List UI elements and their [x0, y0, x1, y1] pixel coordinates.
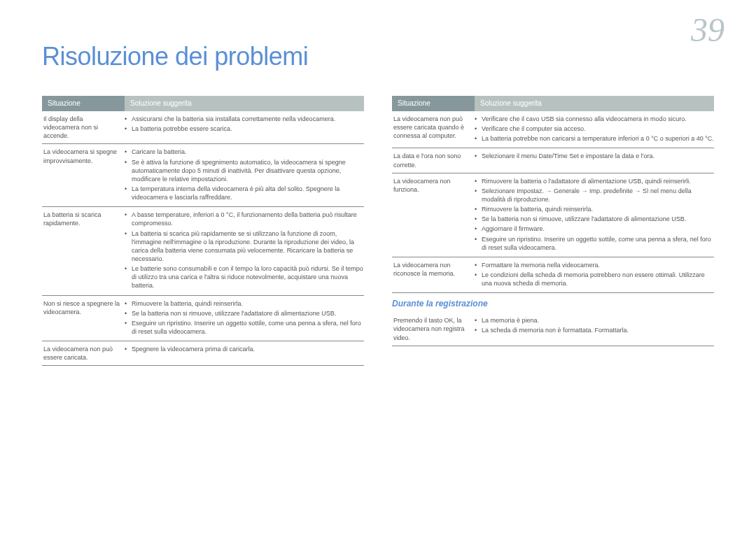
solution-cell: Rimuovere la batteria, quindi reinserirl… — [125, 299, 364, 338]
table-body: La videocamera non può essere caricata q… — [392, 111, 714, 293]
solution-item: Rimuovere la batteria o l'adattatore di … — [475, 177, 714, 185]
table-body: Premendo il tasto OK, la videocamera non… — [392, 313, 714, 346]
solution-item: La batteria si scarica più rapidamente s… — [125, 229, 364, 264]
solution-item: Caricare la batteria. — [125, 148, 364, 156]
situation-cell: La videocamera non può essere caricata q… — [392, 115, 475, 144]
table-row: La videocamera non può essere caricata q… — [392, 111, 714, 148]
solution-cell: Verificare che il cavo USB sia connesso … — [475, 115, 714, 144]
section-subtitle: Durante la registrazione — [392, 299, 714, 308]
solution-cell: Assicurarsi che la batteria sia installa… — [125, 115, 364, 140]
header-soluzione: Soluzione suggerita — [475, 96, 714, 111]
table-header: Situazione Soluzione suggerita — [392, 96, 714, 111]
solution-item: Selezionare il menu Date/Time Set e impo… — [475, 152, 714, 160]
solution-item: Rimuovere la batteria, quindi reinserirl… — [125, 299, 364, 308]
solution-item: Aggiornare il firmware. — [475, 225, 714, 233]
solution-cell: Spegnere la videocamera prima di caricar… — [125, 345, 364, 362]
situation-cell: Premendo il tasto OK, la videocamera non… — [392, 316, 475, 341]
situation-cell: La videocamera si spegne improvvisamente… — [42, 148, 125, 203]
page-number: 39 — [691, 10, 724, 49]
solution-item: Rimuovere la batteria, quindi reinserirl… — [475, 205, 714, 213]
table-row: La data e l'ora non sono corrette.Selezi… — [392, 148, 714, 173]
table-row: La videocamera non funziona.Rimuovere la… — [392, 173, 714, 257]
solution-item: La temperatura interna della videocamera… — [125, 185, 364, 201]
solution-cell: Formattare la memoria nella videocamera.… — [475, 261, 714, 289]
solution-item: La scheda di memoria non è formattata. F… — [475, 326, 714, 334]
solution-item: Se la batteria non si rimuove, utilizzar… — [125, 309, 364, 318]
solution-cell: Rimuovere la batteria o l'adattatore di … — [475, 177, 714, 253]
solution-cell: Selezionare il menu Date/Time Set e impo… — [475, 152, 714, 169]
table-body: Il display della videocamera non si acce… — [42, 111, 364, 366]
table-row: Il display della videocamera non si acce… — [42, 111, 364, 144]
header-soluzione: Soluzione suggerita — [125, 96, 364, 111]
solution-item: Assicurarsi che la batteria sia installa… — [125, 115, 364, 123]
table-header: Situazione Soluzione suggerita — [42, 96, 364, 111]
document-page: 39 Risoluzione dei problemi Situazione S… — [0, 0, 756, 533]
table-row: La videocamera non può essere caricata.S… — [42, 341, 364, 366]
situation-cell: Non si riesce a spegnere la videocamera. — [42, 299, 125, 338]
column-left: Situazione Soluzione suggerita Il displa… — [42, 96, 364, 366]
solution-item: La batteria potrebbe non caricarsi a tem… — [475, 134, 714, 143]
table-row: La videocamera non riconosce la memoria.… — [392, 257, 714, 293]
solution-item: Se la batteria non si rimuove, utilizzar… — [475, 215, 714, 223]
page-title: Risoluzione dei problemi — [42, 42, 714, 71]
situation-cell: La data e l'ora non sono corrette. — [392, 152, 475, 169]
solution-item: Spegnere la videocamera prima di caricar… — [125, 345, 364, 353]
solution-item: Verificare che il cavo USB sia connesso … — [475, 115, 714, 123]
solution-item: Verificare che il computer sia acceso. — [475, 125, 714, 133]
table-row: Non si riesce a spegnere la videocamera.… — [42, 296, 364, 342]
situation-cell: La videocamera non può essere caricata. — [42, 345, 125, 362]
situation-cell: La videocamera non funziona. — [392, 177, 475, 253]
situation-cell: La batteria si scarica rapidamente. — [42, 211, 125, 291]
solution-item: Eseguire un ripristino. Inserire un ogge… — [475, 235, 714, 252]
solution-item: Formattare la memoria nella videocamera. — [475, 261, 714, 269]
solution-cell: Caricare la batteria.Se è attiva la funz… — [125, 148, 364, 203]
solution-item: La memoria è piena. — [475, 316, 714, 325]
solution-item: Selezionare Impostaz. → Generale → Imp. … — [475, 187, 714, 204]
solution-cell: A basse temperature, inferiori a 0 °C, i… — [125, 211, 364, 291]
table-row: Premendo il tasto OK, la videocamera non… — [392, 313, 714, 346]
solution-item: Le condizioni della scheda di memoria po… — [475, 271, 714, 287]
situation-cell: Il display della videocamera non si acce… — [42, 115, 125, 140]
header-situazione: Situazione — [42, 96, 125, 111]
solution-item: La batteria potrebbe essere scarica. — [125, 125, 364, 133]
header-situazione: Situazione — [392, 96, 475, 111]
situation-cell: La videocamera non riconosce la memoria. — [392, 261, 475, 289]
solution-item: Le batterie sono consumabili e con il te… — [125, 264, 364, 290]
solution-item: Eseguire un ripristino. Inserire un ogge… — [125, 319, 364, 336]
table-row: La batteria si scarica rapidamente.A bas… — [42, 207, 364, 295]
solution-cell: La memoria è piena.La scheda di memoria … — [475, 316, 714, 341]
column-right: Situazione Soluzione suggerita La videoc… — [392, 96, 714, 366]
solution-item: Se è attiva la funzione di spegnimento a… — [125, 158, 364, 183]
table-row: La videocamera si spegne improvvisamente… — [42, 144, 364, 207]
content-columns: Situazione Soluzione suggerita Il displa… — [42, 96, 714, 366]
solution-item: A basse temperature, inferiori a 0 °C, i… — [125, 211, 364, 227]
